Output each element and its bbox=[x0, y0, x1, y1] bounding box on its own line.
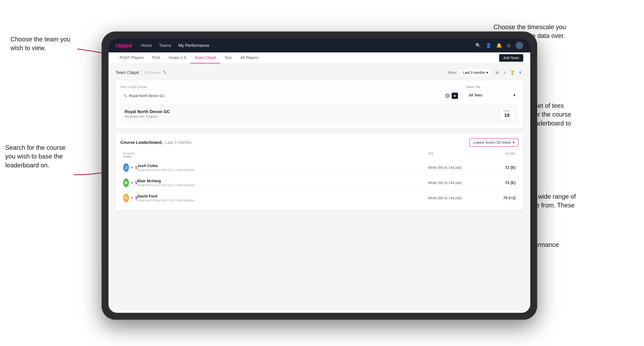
navbar-icons: 🔍 👤 🔔 ⊙ 👤 bbox=[475, 42, 523, 49]
team-name: Team Clippd bbox=[116, 70, 139, 75]
col-player-empty bbox=[137, 152, 428, 159]
team-title-container: Team Clippd | 14 Players ✏️ bbox=[116, 70, 167, 75]
player-info-3: David Ford Royal North Devon Golf Club, … bbox=[137, 194, 428, 202]
subnav-hcaps[interactable]: Hcaps 1-5 bbox=[164, 52, 190, 63]
rank-number-2: 1 bbox=[135, 180, 137, 185]
navbar: clippd Home Teams My Performance 🔍 👤 🔔 ⊙… bbox=[108, 38, 530, 52]
course-name: Royal North Devon GC bbox=[124, 109, 170, 114]
search-panel: Find a Golf Course 🔍 ✕ ★ Select Tee bbox=[116, 80, 523, 128]
show-label: Show: bbox=[448, 71, 457, 75]
subnav-tour[interactable]: Tour bbox=[220, 52, 236, 63]
player-club-3: Royal North Devon Golf Club, United King… bbox=[137, 199, 428, 202]
app-container: clippd Home Teams My Performance 🔍 👤 🔔 ⊙… bbox=[108, 38, 530, 313]
table-row: D ♥ 3 David Ford Royal North Devon bbox=[120, 190, 518, 205]
tee-info-3: White (M) (6,744 yds) bbox=[428, 196, 480, 200]
player-info-1: Josh Coles Royal North Devon Golf Club, … bbox=[137, 164, 428, 172]
main-content: Team Clippd | 14 Players ✏️ Show: Last 3… bbox=[108, 64, 530, 313]
search-clear-button[interactable]: ✕ bbox=[445, 93, 450, 98]
score-info-3: 73 (+1) bbox=[480, 196, 516, 200]
player-name-2: Blair McHarg bbox=[137, 179, 428, 183]
user-icon[interactable]: 👤 bbox=[486, 43, 492, 48]
player-avatar-3: D bbox=[123, 194, 129, 202]
rank-heart-2: ♥ bbox=[131, 181, 133, 185]
select-tee-group: Select Tee All Tees ▾ bbox=[466, 85, 518, 100]
search-panel-row: Find a Golf Course 🔍 ✕ ★ Select Tee bbox=[120, 85, 518, 101]
rank-heart-1: ♥ bbox=[131, 166, 133, 170]
course-result-info: Royal North Devon GC Westward Ho!, Engla… bbox=[124, 109, 170, 119]
leaderboard-table: PLAYER NAME TEE SCORE J bbox=[120, 151, 518, 205]
player-info-2: Blair McHarg Royal North Devon Golf Club… bbox=[137, 179, 428, 187]
course-result: Royal North Devon GC Westward Ho!, Engla… bbox=[120, 104, 518, 124]
player-rank-2: B ♥ 1 bbox=[123, 178, 137, 187]
avatar[interactable]: 👤 bbox=[516, 42, 523, 49]
course-location: Westward Ho!, England bbox=[124, 115, 170, 119]
tee-info-1: White (M) (6,744 yds) bbox=[428, 166, 480, 170]
nav-my-performance[interactable]: My Performance bbox=[178, 43, 209, 48]
rank-heart-3: ♥ bbox=[131, 196, 133, 200]
find-course-label: Find a Golf Course bbox=[120, 85, 461, 89]
score-type-dropdown[interactable]: Lowest Score (18 holes) ▾ bbox=[469, 138, 518, 147]
player-name-1: Josh Coles bbox=[137, 164, 428, 168]
subnav-pgat[interactable]: PGAT Players bbox=[116, 52, 148, 63]
download-button[interactable]: ⬇ bbox=[517, 69, 523, 76]
find-course-group: Find a Golf Course 🔍 ✕ ★ bbox=[120, 85, 461, 101]
nav-teams[interactable]: Teams bbox=[159, 43, 171, 48]
table-header: PLAYER NAME TEE SCORE bbox=[120, 151, 518, 160]
rank-number-3: 3 bbox=[135, 196, 137, 200]
tablet-screen: clippd Home Teams My Performance 🔍 👤 🔔 ⊙… bbox=[108, 38, 530, 313]
holes-number: 18 bbox=[503, 113, 510, 118]
rank-number-1: 1 bbox=[135, 165, 137, 170]
col-score: SCORE bbox=[480, 152, 516, 159]
search-star-button[interactable]: ★ bbox=[452, 93, 458, 99]
navbar-links: Home Teams My Performance bbox=[141, 43, 475, 48]
annotation-left: Search for the course you wish to base t… bbox=[5, 143, 72, 170]
tablet-shell: clippd Home Teams My Performance 🔍 👤 🔔 ⊙… bbox=[102, 31, 537, 320]
search-icon-small: 🔍 bbox=[123, 94, 127, 98]
player-avatar-2: B bbox=[123, 178, 129, 187]
tee-dropdown[interactable]: All Tees ▾ bbox=[466, 91, 518, 100]
find-course-input-wrapper: 🔍 ✕ ★ bbox=[120, 91, 461, 101]
add-team-button[interactable]: Add Team bbox=[499, 54, 523, 62]
team-pipe: | bbox=[141, 70, 142, 75]
search-icon[interactable]: 🔍 bbox=[475, 43, 481, 48]
player-rank-3: D ♥ 3 bbox=[123, 194, 137, 202]
subnav-all-players[interactable]: All Players bbox=[236, 52, 263, 63]
leaderboard-title: Course Leaderboard, Last 3 months bbox=[120, 140, 192, 145]
leaderboard-section: Course Leaderboard, Last 3 months Lowest… bbox=[116, 133, 523, 210]
player-name-3: David Ford bbox=[137, 194, 428, 198]
team-count: 14 Players bbox=[144, 71, 161, 75]
player-club-2: Royal North Devon Golf Club, United King… bbox=[137, 184, 428, 187]
find-course-input[interactable] bbox=[129, 94, 443, 98]
annotation-top-left: Choose the team you wish to view. bbox=[10, 35, 77, 53]
navbar-logo: clippd bbox=[116, 42, 132, 49]
table-row: B ♥ 1 Blair McHarg Royal North Devo bbox=[120, 175, 518, 190]
view-icons: ⊞ ≡ 🏆 ⬇ bbox=[494, 69, 523, 76]
col-player: PLAYER NAME bbox=[123, 152, 137, 159]
score-info-2: 72 (E) bbox=[480, 180, 516, 185]
player-rank-1: J ♥ 1 bbox=[123, 163, 137, 172]
nav-home[interactable]: Home bbox=[141, 43, 152, 48]
show-dropdown[interactable]: Last 3 months ▾ bbox=[460, 69, 491, 76]
table-row: J ♥ 1 Josh Coles Royal North Devon bbox=[120, 160, 518, 175]
holes-label: Holes bbox=[503, 109, 510, 113]
player-club-1: Royal North Devon Golf Club, United King… bbox=[137, 169, 428, 172]
grid-view-button[interactable]: ⊞ bbox=[494, 69, 500, 76]
select-tee-label: Select Tee bbox=[466, 85, 518, 89]
list-view-button[interactable]: ≡ bbox=[502, 69, 508, 76]
leaderboard-header: Course Leaderboard, Last 3 months Lowest… bbox=[120, 138, 518, 147]
col-tee: TEE bbox=[428, 152, 480, 159]
team-header: Team Clippd | 14 Players ✏️ Show: Last 3… bbox=[116, 69, 523, 76]
subnav-pga[interactable]: PGA bbox=[148, 52, 164, 63]
holes-badge: Holes 18 bbox=[500, 107, 514, 120]
subnav-team-clippd[interactable]: Team Clippd bbox=[190, 52, 220, 63]
tee-info-2: White (M) (6,744 yds) bbox=[428, 181, 480, 185]
bell-icon[interactable]: 🔔 bbox=[496, 43, 502, 48]
trophy-icon-button[interactable]: 🏆 bbox=[509, 69, 516, 76]
sub-navbar: PGAT Players PGA Hcaps 1-5 Team Clippd T… bbox=[108, 52, 530, 64]
score-info-1: 72 (E) bbox=[480, 165, 516, 170]
settings-icon[interactable]: ⊙ bbox=[507, 43, 511, 48]
player-avatar-1: J bbox=[123, 163, 129, 172]
edit-icon[interactable]: ✏️ bbox=[163, 70, 167, 75]
show-controls: Show: Last 3 months ▾ ⊞ ≡ 🏆 ⬇ bbox=[448, 69, 523, 76]
